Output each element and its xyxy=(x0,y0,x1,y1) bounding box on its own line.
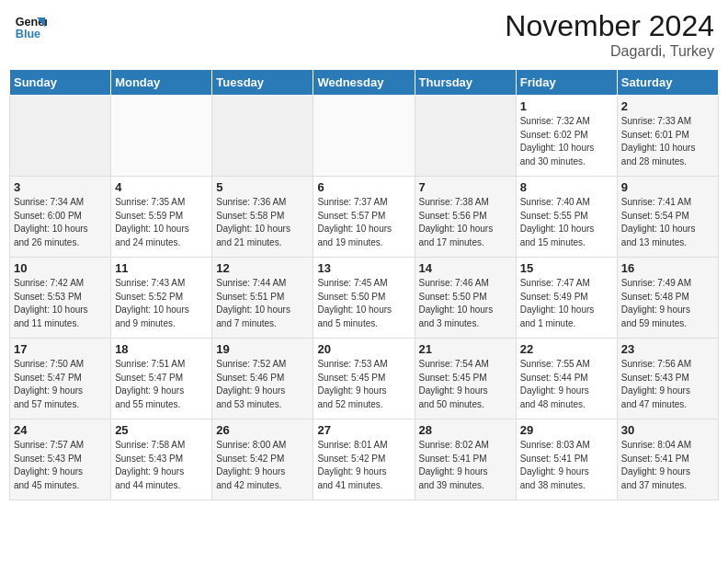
weekday-header-tuesday: Tuesday xyxy=(212,70,313,96)
calendar-cell: 6Sunrise: 7:37 AM Sunset: 5:57 PM Daylig… xyxy=(313,177,415,258)
weekday-header-friday: Friday xyxy=(516,70,617,96)
week-row-2: 3Sunrise: 7:34 AM Sunset: 6:00 PM Daylig… xyxy=(10,177,719,258)
calendar-cell: 28Sunrise: 8:02 AM Sunset: 5:41 PM Dayli… xyxy=(415,419,516,500)
day-number: 11 xyxy=(115,261,208,275)
calendar-cell: 2Sunrise: 7:33 AM Sunset: 6:01 PM Daylig… xyxy=(617,96,718,177)
calendar-cell: 8Sunrise: 7:40 AM Sunset: 5:55 PM Daylig… xyxy=(516,177,617,258)
day-number: 24 xyxy=(14,423,107,437)
day-number: 13 xyxy=(317,261,410,275)
day-number: 21 xyxy=(419,342,512,356)
calendar-cell xyxy=(212,96,313,177)
day-info: Sunrise: 7:50 AM Sunset: 5:47 PM Dayligh… xyxy=(14,359,84,409)
calendar-cell: 18Sunrise: 7:51 AM Sunset: 5:47 PM Dayli… xyxy=(111,339,212,419)
calendar-cell: 11Sunrise: 7:43 AM Sunset: 5:52 PM Dayli… xyxy=(111,258,212,339)
calendar-cell: 24Sunrise: 7:57 AM Sunset: 5:43 PM Dayli… xyxy=(10,419,111,500)
weekday-header-wednesday: Wednesday xyxy=(313,70,415,96)
day-info: Sunrise: 7:47 AM Sunset: 5:49 PM Dayligh… xyxy=(520,278,595,328)
day-number: 26 xyxy=(216,423,309,437)
day-info: Sunrise: 7:35 AM Sunset: 5:59 PM Dayligh… xyxy=(115,197,189,247)
weekday-header-saturday: Saturday xyxy=(617,70,718,96)
day-info: Sunrise: 8:00 AM Sunset: 5:42 PM Dayligh… xyxy=(216,440,286,490)
calendar-cell: 10Sunrise: 7:42 AM Sunset: 5:53 PM Dayli… xyxy=(10,258,111,339)
day-info: Sunrise: 7:42 AM Sunset: 5:53 PM Dayligh… xyxy=(14,278,88,328)
day-info: Sunrise: 7:57 AM Sunset: 5:43 PM Dayligh… xyxy=(14,440,84,490)
day-info: Sunrise: 8:01 AM Sunset: 5:42 PM Dayligh… xyxy=(317,440,387,490)
day-info: Sunrise: 8:04 AM Sunset: 5:41 PM Dayligh… xyxy=(621,440,691,490)
logo-icon: General Blue xyxy=(14,9,47,42)
calendar-cell: 23Sunrise: 7:56 AM Sunset: 5:43 PM Dayli… xyxy=(617,339,718,419)
day-info: Sunrise: 7:37 AM Sunset: 5:57 PM Dayligh… xyxy=(317,197,392,247)
week-row-4: 17Sunrise: 7:50 AM Sunset: 5:47 PM Dayli… xyxy=(10,339,719,419)
day-number: 2 xyxy=(621,99,714,113)
calendar-cell: 26Sunrise: 8:00 AM Sunset: 5:42 PM Dayli… xyxy=(212,419,313,500)
day-number: 16 xyxy=(621,261,714,275)
calendar-cell xyxy=(415,96,516,177)
day-number: 4 xyxy=(115,180,208,194)
calendar-cell: 15Sunrise: 7:47 AM Sunset: 5:49 PM Dayli… xyxy=(516,258,617,339)
logo: General Blue xyxy=(14,9,51,42)
calendar-cell xyxy=(111,96,212,177)
day-info: Sunrise: 7:33 AM Sunset: 6:01 PM Dayligh… xyxy=(621,116,696,167)
day-info: Sunrise: 7:49 AM Sunset: 5:48 PM Dayligh… xyxy=(621,278,691,328)
day-info: Sunrise: 7:55 AM Sunset: 5:44 PM Dayligh… xyxy=(520,359,590,409)
title-section: November 2024 Dagardi, Turkey xyxy=(505,9,714,60)
calendar-cell: 20Sunrise: 7:53 AM Sunset: 5:45 PM Dayli… xyxy=(313,339,415,419)
calendar-cell: 29Sunrise: 8:03 AM Sunset: 5:41 PM Dayli… xyxy=(516,419,617,500)
weekday-header-monday: Monday xyxy=(111,70,212,96)
month-title: November 2024 xyxy=(505,9,714,43)
day-number: 19 xyxy=(216,342,309,356)
day-number: 1 xyxy=(520,99,613,113)
calendar-cell: 14Sunrise: 7:46 AM Sunset: 5:50 PM Dayli… xyxy=(415,258,516,339)
day-number: 3 xyxy=(14,180,107,194)
day-number: 28 xyxy=(419,423,512,437)
day-number: 23 xyxy=(621,342,714,356)
day-info: Sunrise: 7:41 AM Sunset: 5:54 PM Dayligh… xyxy=(621,197,696,247)
day-number: 12 xyxy=(216,261,309,275)
calendar-cell: 5Sunrise: 7:36 AM Sunset: 5:58 PM Daylig… xyxy=(212,177,313,258)
day-number: 30 xyxy=(621,423,714,437)
day-info: Sunrise: 7:53 AM Sunset: 5:45 PM Dayligh… xyxy=(317,359,387,409)
calendar-cell: 1Sunrise: 7:32 AM Sunset: 6:02 PM Daylig… xyxy=(516,96,617,177)
day-info: Sunrise: 7:46 AM Sunset: 5:50 PM Dayligh… xyxy=(419,278,494,328)
week-row-3: 10Sunrise: 7:42 AM Sunset: 5:53 PM Dayli… xyxy=(10,258,719,339)
weekday-header-row: SundayMondayTuesdayWednesdayThursdayFrid… xyxy=(10,70,719,96)
day-info: Sunrise: 7:54 AM Sunset: 5:45 PM Dayligh… xyxy=(419,359,489,409)
day-info: Sunrise: 7:36 AM Sunset: 5:58 PM Dayligh… xyxy=(216,197,290,247)
calendar-cell xyxy=(10,96,111,177)
day-number: 14 xyxy=(419,261,512,275)
calendar-cell: 9Sunrise: 7:41 AM Sunset: 5:54 PM Daylig… xyxy=(617,177,718,258)
day-number: 20 xyxy=(317,342,410,356)
day-info: Sunrise: 7:44 AM Sunset: 5:51 PM Dayligh… xyxy=(216,278,290,328)
calendar-cell: 4Sunrise: 7:35 AM Sunset: 5:59 PM Daylig… xyxy=(111,177,212,258)
calendar-cell: 27Sunrise: 8:01 AM Sunset: 5:42 PM Dayli… xyxy=(313,419,415,500)
day-number: 29 xyxy=(520,423,613,437)
day-number: 8 xyxy=(520,180,613,194)
calendar-cell: 16Sunrise: 7:49 AM Sunset: 5:48 PM Dayli… xyxy=(617,258,718,339)
page-header: General Blue November 2024 Dagardi, Turk… xyxy=(9,9,719,60)
calendar-cell: 12Sunrise: 7:44 AM Sunset: 5:51 PM Dayli… xyxy=(212,258,313,339)
calendar-cell xyxy=(313,96,415,177)
day-info: Sunrise: 7:45 AM Sunset: 5:50 PM Dayligh… xyxy=(317,278,392,328)
day-number: 22 xyxy=(520,342,613,356)
location: Dagardi, Turkey xyxy=(505,43,714,60)
day-info: Sunrise: 8:03 AM Sunset: 5:41 PM Dayligh… xyxy=(520,440,590,490)
day-info: Sunrise: 7:40 AM Sunset: 5:55 PM Dayligh… xyxy=(520,197,595,247)
calendar-cell: 30Sunrise: 8:04 AM Sunset: 5:41 PM Dayli… xyxy=(617,419,718,500)
day-info: Sunrise: 7:52 AM Sunset: 5:46 PM Dayligh… xyxy=(216,359,286,409)
day-number: 6 xyxy=(317,180,410,194)
day-info: Sunrise: 7:56 AM Sunset: 5:43 PM Dayligh… xyxy=(621,359,691,409)
week-row-1: 1Sunrise: 7:32 AM Sunset: 6:02 PM Daylig… xyxy=(10,96,719,177)
day-info: Sunrise: 7:43 AM Sunset: 5:52 PM Dayligh… xyxy=(115,278,189,328)
calendar-cell: 17Sunrise: 7:50 AM Sunset: 5:47 PM Dayli… xyxy=(10,339,111,419)
calendar-cell: 3Sunrise: 7:34 AM Sunset: 6:00 PM Daylig… xyxy=(10,177,111,258)
week-row-5: 24Sunrise: 7:57 AM Sunset: 5:43 PM Dayli… xyxy=(10,419,719,500)
day-number: 25 xyxy=(115,423,208,437)
calendar-cell: 7Sunrise: 7:38 AM Sunset: 5:56 PM Daylig… xyxy=(415,177,516,258)
day-number: 15 xyxy=(520,261,613,275)
day-info: Sunrise: 7:51 AM Sunset: 5:47 PM Dayligh… xyxy=(115,359,185,409)
day-number: 9 xyxy=(621,180,714,194)
svg-text:Blue: Blue xyxy=(16,28,40,40)
calendar-cell: 22Sunrise: 7:55 AM Sunset: 5:44 PM Dayli… xyxy=(516,339,617,419)
weekday-header-sunday: Sunday xyxy=(10,70,111,96)
day-info: Sunrise: 7:32 AM Sunset: 6:02 PM Dayligh… xyxy=(520,116,595,167)
